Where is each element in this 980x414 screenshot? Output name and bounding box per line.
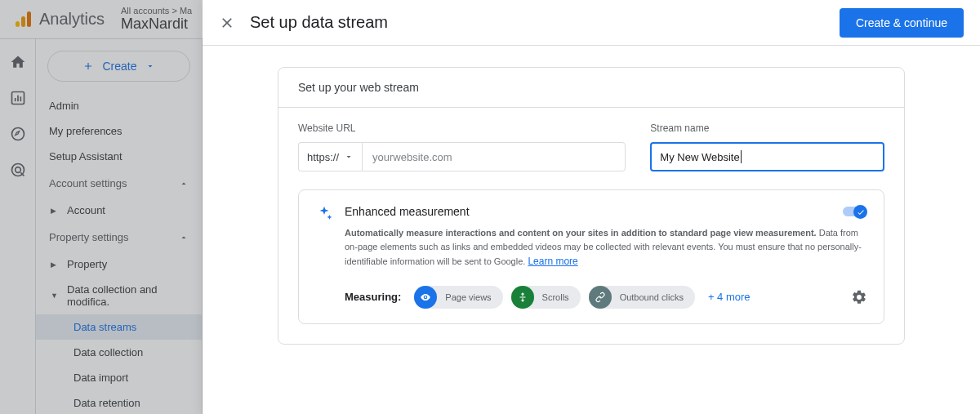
chip-page-views: Page views xyxy=(414,286,502,309)
enhanced-measurement-title: Enhanced measurement xyxy=(345,205,867,218)
card-header: Set up your web stream xyxy=(278,68,904,108)
setup-data-stream-modal: Set up data stream Create & continue Set… xyxy=(203,0,980,414)
website-url-input[interactable]: yourwebsite.com xyxy=(362,142,626,171)
modal-title: Set up data stream xyxy=(250,13,840,32)
expanded-icon: ▼ xyxy=(51,292,57,300)
chip-scrolls: Scrolls xyxy=(511,286,581,309)
chevron-up-icon xyxy=(179,179,189,189)
enhanced-measurement-description: Automatically measure interactions and c… xyxy=(345,226,867,269)
close-icon[interactable] xyxy=(219,15,235,31)
dropdown-icon xyxy=(344,152,354,162)
breadcrumb-line1: All accounts > Ma xyxy=(121,6,192,16)
stream-name-input[interactable]: My New Website xyxy=(650,142,884,171)
reports-icon[interactable] xyxy=(10,90,26,106)
svg-rect-6 xyxy=(20,96,21,101)
learn-more-link[interactable]: Learn more xyxy=(528,256,577,267)
breadcrumb[interactable]: All accounts > Ma MaxNardit xyxy=(121,6,192,33)
measuring-label: Measuring: xyxy=(345,291,401,303)
sidebar-setup-assistant[interactable]: Setup Assistant xyxy=(36,144,202,169)
sidebar-data-streams[interactable]: Data streams xyxy=(36,314,202,340)
explore-icon[interactable] xyxy=(10,126,26,142)
chip-outbound-clicks: Outbound clicks xyxy=(589,286,695,309)
check-icon xyxy=(857,208,865,216)
collapsed-icon: ▶ xyxy=(51,260,57,269)
text-cursor xyxy=(741,150,742,163)
svg-rect-0 xyxy=(16,21,20,27)
svg-rect-1 xyxy=(21,16,25,27)
analytics-logo-icon xyxy=(13,10,33,29)
sidebar-my-preferences[interactable]: My preferences xyxy=(36,118,202,144)
sidebar-data-retention[interactable]: Data retention xyxy=(36,390,202,414)
sidebar-account[interactable]: ▶ Account xyxy=(36,198,202,223)
sidebar-data-collection[interactable]: Data collection xyxy=(36,340,202,365)
advertising-icon[interactable] xyxy=(10,162,26,178)
placeholder-text: yourwebsite.com xyxy=(372,151,452,163)
stream-name-label: Stream name xyxy=(650,122,884,134)
svg-rect-2 xyxy=(27,11,31,27)
sidebar-data-collection-group[interactable]: ▼ Data collection and modifica. xyxy=(36,277,202,314)
collapsed-icon: ▶ xyxy=(51,207,57,215)
eye-icon xyxy=(414,286,437,309)
link-icon xyxy=(589,286,612,309)
sparkle-icon xyxy=(315,205,333,309)
more-chips-link[interactable]: + 4 more xyxy=(708,291,751,303)
protocol-select[interactable]: https:// xyxy=(298,142,362,171)
sidebar-admin[interactable]: Admin xyxy=(36,93,202,118)
gear-icon[interactable] xyxy=(851,289,867,305)
svg-point-9 xyxy=(15,167,20,173)
account-settings-header[interactable]: Account settings xyxy=(36,169,202,198)
enhanced-measurement-toggle[interactable] xyxy=(843,205,867,218)
dropdown-icon xyxy=(145,61,155,71)
website-url-label: Website URL xyxy=(298,122,626,134)
create-button[interactable]: Create xyxy=(47,51,190,82)
svg-rect-5 xyxy=(17,96,19,102)
analytics-logo[interactable]: Analytics xyxy=(13,10,105,29)
sidebar-data-import[interactable]: Data import xyxy=(36,365,202,390)
product-name: Analytics xyxy=(39,10,105,29)
svg-rect-4 xyxy=(14,98,16,101)
plus-icon xyxy=(82,60,94,72)
create-continue-button[interactable]: Create & continue xyxy=(840,8,964,38)
chevron-up-icon xyxy=(179,233,189,243)
home-icon[interactable] xyxy=(10,54,26,70)
property-settings-header[interactable]: Property settings xyxy=(36,223,202,252)
sidebar-property[interactable]: ▶ Property xyxy=(36,252,202,277)
create-label: Create xyxy=(102,60,136,73)
breadcrumb-line2: MaxNardit xyxy=(121,16,192,33)
scroll-icon xyxy=(511,286,534,309)
